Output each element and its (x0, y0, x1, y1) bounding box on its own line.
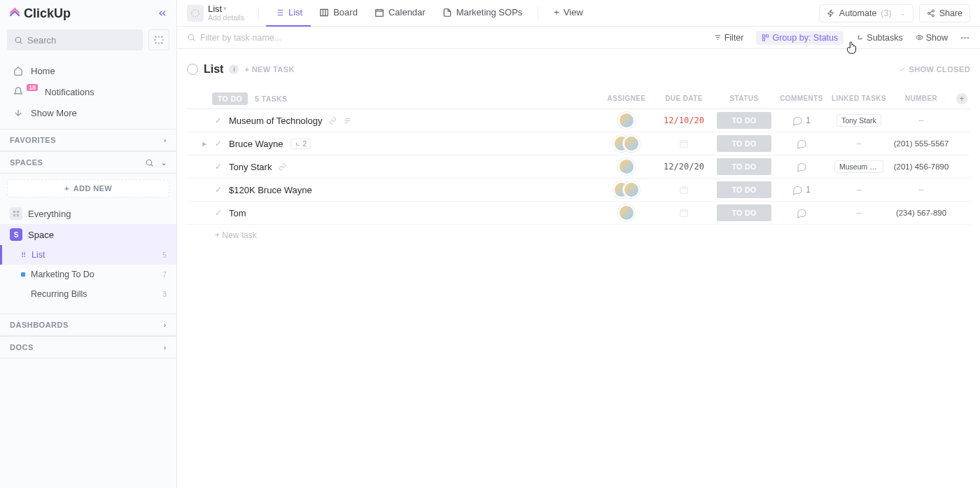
view-tab-list[interactable]: List (266, 0, 311, 27)
assignee-cell[interactable] (599, 181, 654, 198)
add-new-space-button[interactable]: + ADD NEW (7, 179, 169, 197)
main: List ▾ Add details ListBoardCalendarMark… (177, 0, 980, 488)
collapse-sidebar-icon[interactable] (157, 8, 168, 19)
check-icon[interactable]: ✓ (215, 162, 222, 172)
view-tab-calendar[interactable]: Calendar (366, 0, 434, 27)
status-cell[interactable]: TO DO (714, 158, 774, 175)
brand-logo[interactable]: ClickUp (8, 6, 71, 21)
task-row[interactable]: ✓Museum of Technology12/10/20TO DO1Tony … (187, 109, 970, 132)
task-title[interactable]: Museum of Technology (229, 116, 322, 126)
space-item[interactable]: S Space (0, 224, 176, 245)
number-cell[interactable]: (201) 456-7890 (889, 162, 953, 171)
due-date-cell[interactable] (654, 139, 714, 148)
sparkle-icon (154, 35, 164, 45)
svg-point-10 (927, 12, 930, 14)
assignee-cell[interactable] (599, 112, 654, 129)
status-cell[interactable]: TO DO (714, 181, 774, 198)
avatar (623, 135, 640, 152)
linked-cell[interactable]: – (829, 185, 889, 195)
favorites-header[interactable]: FAVORITES › (0, 129, 176, 151)
assignee-cell[interactable] (599, 135, 654, 152)
task-row[interactable]: ▶✓Bruce Wayne2TO DO–(201) 555-5567 (187, 132, 970, 155)
task-title[interactable]: Bruce Wayne (229, 139, 284, 149)
add-view-button[interactable]: +View (545, 0, 592, 27)
linked-cell[interactable]: – (829, 208, 889, 218)
assignee-cell[interactable] (599, 204, 654, 221)
show-closed-button[interactable]: SHOW CLOSED (899, 65, 970, 74)
nav-home[interactable]: Home (7, 60, 169, 81)
new-task-row[interactable]: + New task (187, 225, 970, 240)
task-row[interactable]: ✓$120K Bruce WayneTO DO1–– (187, 179, 970, 202)
due-date-cell[interactable] (654, 185, 714, 195)
col-linked[interactable]: LINKED TASKS (829, 95, 889, 102)
number-cell[interactable]: (201) 555-5567 (889, 139, 953, 148)
task-row[interactable]: ✓Tony Stark12/20/20TO DOMuseum of …(201)… (187, 155, 970, 179)
add-column-button[interactable]: + (956, 93, 967, 104)
due-date-cell[interactable]: 12/20/20 (654, 162, 714, 172)
comments-cell[interactable] (774, 139, 829, 149)
select-all-icon[interactable] (197, 95, 205, 103)
ai-button[interactable] (148, 29, 169, 50)
due-date-cell[interactable]: 12/10/20 (654, 116, 714, 125)
comments-cell[interactable]: 1 (774, 185, 829, 195)
status-cell[interactable]: TO DO (714, 112, 774, 129)
check-icon[interactable]: ✓ (215, 208, 222, 218)
sidebar-list-item[interactable]: Marketing To Do7 (0, 265, 176, 284)
location-subtitle[interactable]: Add details (208, 14, 244, 22)
due-date-cell[interactable] (654, 208, 714, 218)
assignee-cell[interactable] (599, 158, 654, 175)
subtasks-button[interactable]: Subtasks (856, 33, 902, 43)
sidebar-list-item[interactable]: Recurring Bills3 (0, 284, 176, 304)
status-cell[interactable]: TO DO (714, 135, 774, 152)
number-cell[interactable]: – (889, 116, 953, 125)
svg-rect-17 (680, 141, 688, 147)
check-icon[interactable]: ✓ (215, 139, 222, 148)
number-cell[interactable]: – (889, 185, 953, 195)
group-status-pill[interactable]: TO DO (212, 92, 248, 105)
task-title[interactable]: Tom (229, 208, 246, 218)
linked-cell[interactable]: – (829, 139, 889, 148)
share-button[interactable]: Share (919, 4, 970, 22)
view-tab-board[interactable]: Board (311, 0, 366, 27)
location-icon[interactable] (187, 5, 204, 22)
linked-cell[interactable]: Museum of … (829, 160, 889, 173)
subtask-chip[interactable]: 2 (290, 139, 312, 149)
col-number[interactable]: NUMBER (889, 95, 953, 102)
nav-notifications[interactable]: 18 Notifications (7, 81, 169, 102)
col-status[interactable]: STATUS (714, 95, 774, 102)
col-assignee[interactable]: ASSIGNEE (599, 95, 654, 102)
automate-button[interactable]: Automate (3) ⌄ (819, 4, 913, 22)
info-icon[interactable]: i (229, 64, 239, 74)
show-button[interactable]: Show (916, 33, 948, 43)
nav-show-more[interactable]: Show More (7, 102, 169, 123)
location-title[interactable]: List ▾ (208, 4, 244, 14)
filter-input[interactable]: Filter by task name... (187, 33, 701, 43)
eye-icon (916, 34, 923, 41)
more-button[interactable]: ⋯ (960, 32, 970, 43)
search-icon[interactable] (145, 158, 154, 167)
sidebar-list-item[interactable]: ⠿List5 (0, 245, 176, 265)
space-everything[interactable]: Everything (0, 203, 176, 224)
task-title[interactable]: $120K Bruce Wayne (229, 185, 312, 195)
new-task-button[interactable]: + NEW TASK (244, 65, 294, 74)
linked-cell[interactable]: Tony Stark (829, 114, 889, 127)
col-comments[interactable]: COMMENTS (774, 95, 829, 102)
task-title[interactable]: Tony Stark (229, 162, 272, 172)
expand-caret-icon[interactable]: ▶ (202, 141, 208, 147)
dashboards-header[interactable]: DASHBOARDS › (0, 314, 176, 336)
spaces-header[interactable]: SPACES ⌄ (0, 151, 176, 174)
comments-cell[interactable]: 1 (774, 116, 829, 126)
status-cell[interactable]: TO DO (714, 204, 774, 221)
sidebar-search[interactable]: Search (7, 29, 143, 50)
col-due[interactable]: DUE DATE (654, 95, 714, 102)
docs-header[interactable]: DOCS › (0, 336, 176, 358)
check-icon[interactable]: ✓ (215, 116, 222, 125)
task-row[interactable]: ✓TomTO DO–(234) 567-890 (187, 202, 970, 225)
comments-cell[interactable] (774, 162, 829, 172)
group-by-button[interactable]: Group by: Status (756, 31, 844, 45)
filter-button[interactable]: Filter (714, 33, 744, 43)
view-tab-marketing-sops[interactable]: Marketing SOPs (434, 0, 531, 27)
comments-cell[interactable] (774, 208, 829, 218)
check-icon[interactable]: ✓ (215, 185, 222, 195)
number-cell[interactable]: (234) 567-890 (889, 209, 953, 217)
